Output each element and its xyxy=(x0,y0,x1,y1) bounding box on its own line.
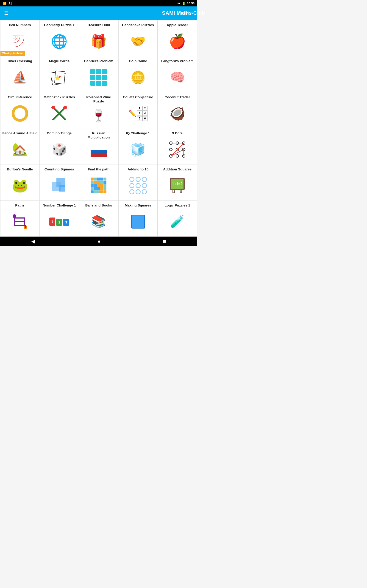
card-icon-russian-multiplication xyxy=(81,141,117,162)
svg-text:+: + xyxy=(53,71,55,74)
card-russian-multiplication[interactable]: Russian Multiplication xyxy=(79,128,118,164)
card-coconut-trader[interactable]: Coconut Trader 🥥 xyxy=(158,92,197,128)
card-icon-logic-puzzles-1: 🧪 xyxy=(159,209,195,234)
svg-text:♥: ♥ xyxy=(58,74,61,79)
back-button[interactable]: ◀ xyxy=(25,237,42,245)
card-icon-river-crossing: ⛵ xyxy=(2,65,38,90)
books-icon: 📚 xyxy=(91,215,106,229)
card-icon-buffons-needle: 🐸 xyxy=(2,173,38,198)
bottom-navigation: ◀ ● ■ xyxy=(0,237,197,246)
card-logic-puzzles-1[interactable]: Logic Puzzles 1 🧪 xyxy=(158,200,197,236)
svg-rect-1 xyxy=(13,36,20,43)
puzzle-grid: Pell Numbers Weekly Problem Geometry Puz… xyxy=(0,20,197,237)
card-apple-teaser[interactable]: Apple Teaser 🍎 xyxy=(158,20,197,56)
card-icon-coin-game: 🪙 xyxy=(120,65,156,90)
card-9-dots[interactable]: 9 Dots xyxy=(158,128,197,164)
svg-text:+: + xyxy=(64,72,66,75)
app-icon: A xyxy=(8,2,11,5)
counting-squares-icon xyxy=(51,177,67,194)
card-title-treasure-hunt: Treasure Hunt xyxy=(87,23,110,27)
card-langfords-problem[interactable]: Langford's Problem 🧠 xyxy=(158,56,197,92)
paths-icon xyxy=(11,212,29,231)
card-making-squares[interactable]: Making Squares xyxy=(119,200,158,236)
card-title-magic-cards: Magic Cards xyxy=(49,59,69,63)
svg-rect-2 xyxy=(13,36,17,40)
header: ☰ SAMI Maths Club English ▾ xyxy=(0,6,197,20)
card-addition-squares[interactable]: Addition Squares 1+1=? xyxy=(158,164,197,200)
card-icon-langfords-problem: 🧠 xyxy=(159,65,195,90)
card-treasure-hunt[interactable]: Treasure Hunt 🎁 xyxy=(79,20,118,56)
card-title-pell-numbers: Pell Numbers xyxy=(9,23,31,27)
card-coin-game[interactable]: Coin Game 🪙 xyxy=(119,56,158,92)
card-icon-9-dots xyxy=(159,137,195,162)
recent-apps-button[interactable]: ■ xyxy=(157,237,173,245)
card-title-langfords-problem: Langford's Problem xyxy=(161,59,194,63)
card-title-russian-multiplication: Russian Multiplication xyxy=(81,131,117,139)
card-counting-squares[interactable]: Counting Squares xyxy=(40,164,79,200)
card-matchstick-puzzles[interactable]: Matchstick Puzzles xyxy=(40,92,79,128)
svg-point-12 xyxy=(51,106,55,109)
addition-squares-icon: 1+1=? xyxy=(170,178,185,193)
card-icon-balls-and-books: 📚 xyxy=(81,209,117,234)
svg-rect-30 xyxy=(59,185,65,191)
card-icon-collatz-conjecture: ✏️ 12 34 56 xyxy=(120,101,156,126)
card-icon-pell-numbers xyxy=(2,29,38,53)
matchstick-icon xyxy=(51,106,67,121)
card-title-iq-challenge-1: IQ Challenge 1 xyxy=(126,131,150,135)
card-title-balls-and-books: Balls and Books xyxy=(85,203,112,208)
time-display: 10:56 xyxy=(187,2,194,5)
card-adding-to-15[interactable]: Adding to 15 xyxy=(119,164,158,200)
card-pell-numbers[interactable]: Pell Numbers Weekly Problem xyxy=(0,20,40,56)
card-icon-circumference xyxy=(2,101,38,126)
card-handshake-puzzles[interactable]: Handshake Puzzles 🤝 xyxy=(119,20,158,56)
card-title-logic-puzzles-1: Logic Puzzles 1 xyxy=(165,203,190,208)
card-icon-coconut-trader: 🥥 xyxy=(159,101,195,126)
sim-icon: 📶 xyxy=(3,2,6,5)
home-button[interactable]: ● xyxy=(91,237,107,245)
nine-dots-icon xyxy=(168,140,186,159)
card-river-crossing[interactable]: River Crossing ⛵ xyxy=(0,56,40,92)
card-find-the-path[interactable]: Find the path xyxy=(79,164,118,200)
card-icon-domino-tilings: 🎲 xyxy=(41,137,77,162)
menu-button[interactable]: ☰ xyxy=(4,10,9,16)
card-geometry-puzzle-1[interactable]: Geometry Puzzle 1 🌐 xyxy=(40,20,79,56)
ring-icon xyxy=(12,105,28,122)
card-number-challenge-1[interactable]: Number Challenge 1 2 1 3 xyxy=(40,200,79,236)
apple-icon: 🍎 xyxy=(169,33,186,49)
card-title-addition-squares: Addition Squares xyxy=(163,167,192,171)
card-circumference[interactable]: Circumference xyxy=(0,92,40,128)
card-gabriels-problem[interactable]: Gabriel's Problem xyxy=(79,56,118,92)
card-title-number-challenge-1: Number Challenge 1 xyxy=(43,203,76,208)
chest-icon: 🎁 xyxy=(90,34,107,49)
logic-icon: 🧪 xyxy=(170,215,185,229)
card-title-collatz-conjecture: Collatz Conjecture xyxy=(123,95,153,99)
status-bar-left: 📶 A xyxy=(3,2,11,5)
svg-rect-0 xyxy=(13,36,24,47)
card-collatz-conjecture[interactable]: Collatz Conjecture ✏️ 12 34 56 xyxy=(119,92,158,128)
card-icon-gabriels-problem xyxy=(81,65,117,90)
card-balls-and-books[interactable]: Balls and Books 📚 xyxy=(79,200,118,236)
card-magic-cards[interactable]: Magic Cards ⭐ ♥ + + + xyxy=(40,56,79,92)
iq-cube-icon: 🧊 xyxy=(130,142,146,157)
card-poisoned-wine-puzzle[interactable]: Poisoned Wine Puzzle 🍷 xyxy=(79,92,118,128)
weekly-badge: Weekly Problem xyxy=(0,51,25,56)
card-domino-tilings[interactable]: Domino Tilings 🎲 xyxy=(40,128,79,164)
card-icon-magic-cards: ⭐ ♥ + + + xyxy=(41,65,77,90)
card-paths[interactable]: Paths xyxy=(0,200,40,236)
card-title-poisoned-wine-puzzle: Poisoned Wine Puzzle xyxy=(81,95,117,103)
making-squares-icon xyxy=(131,215,145,229)
card-icon-addition-squares: 1+1=? xyxy=(159,173,195,198)
card-fence-around-a-field[interactable]: Fence Around A Field 🏡 xyxy=(0,128,40,164)
collatz-icon: ✏️ 12 34 56 xyxy=(128,106,148,121)
coins-icon: 🪙 xyxy=(130,70,146,85)
card-iq-challenge-1[interactable]: IQ Challenge 1 🧊 xyxy=(119,128,158,164)
card-icon-matchstick-puzzles xyxy=(41,101,77,126)
card-title-geometry-puzzle-1: Geometry Puzzle 1 xyxy=(44,23,75,27)
card-icon-poisoned-wine-puzzle: 🍷 xyxy=(81,105,117,126)
card-icon-iq-challenge-1: 🧊 xyxy=(120,137,156,162)
circles-15-icon xyxy=(129,177,147,194)
card-buffons-needle[interactable]: Buffon's Needle 🐸 xyxy=(0,164,40,200)
card-title-making-squares: Making Squares xyxy=(125,203,151,208)
card-icon-making-squares xyxy=(120,209,156,234)
card-title-gabriels-problem: Gabriel's Problem xyxy=(84,59,113,63)
